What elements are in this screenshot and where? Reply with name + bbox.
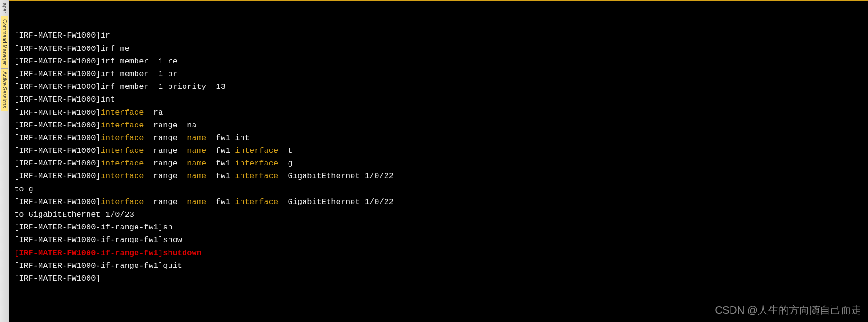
terminal-line: [IRF-MATER-FW1000]irf me — [14, 42, 863, 55]
terminal-line: [IRF-MATER-FW1000]interface ra — [14, 106, 863, 119]
terminal-line: to g — [14, 183, 863, 196]
terminal-line: [IRF-MATER-FW1000]ir — [14, 29, 863, 42]
terminal-line: [IRF-MATER-FW1000]interface range name f… — [14, 132, 863, 144]
terminal-line: [IRF-MATER-FW1000]interface range name f… — [14, 157, 863, 170]
terminal-line: to GigabitEthernet 1/0/23 — [14, 208, 863, 221]
watermark: CSDN @人生的方向随自己而走 — [715, 302, 861, 318]
tab-active-sessions[interactable]: Active Sessions — [1, 68, 8, 111]
tab-command-manager[interactable]: Command Manager — [1, 16, 8, 68]
terminal-line: [IRF-MATER-FW1000]interface range name f… — [14, 144, 863, 157]
terminal-line: [IRF-MATER-FW1000-if-range-fw1]show — [14, 234, 863, 246]
tab-fragment-top[interactable]: ager — [1, 0, 8, 16]
terminal-line: [IRF-MATER-FW1000]irf member 1 priority … — [14, 80, 863, 93]
terminal-line: [IRF-MATER-FW1000]interface range name f… — [14, 170, 863, 182]
terminal-line: [IRF-MATER-FW1000]irf member 1 pr — [14, 68, 863, 80]
terminal-line: [IRF-MATER-FW1000-if-range-fw1]shutdown — [14, 247, 863, 259]
terminal-line: [IRF-MATER-FW1000]interface range na — [14, 119, 863, 132]
terminal-line: [IRF-MATER-FW1000-if-range-fw1]quit — [14, 259, 863, 272]
terminal-line: [IRF-MATER-FW1000-if-range-fw1]sh — [14, 221, 863, 234]
terminal-line: [IRF-MATER-FW1000] — [14, 272, 863, 285]
terminal-line: [IRF-MATER-FW1000]irf member 1 re — [14, 55, 863, 68]
terminal-output[interactable]: [IRF-MATER-FW1000]ir[IRF-MATER-FW1000]ir… — [9, 0, 868, 322]
terminal-line: [IRF-MATER-FW1000]int — [14, 93, 863, 106]
sidebar: ager Command Manager Active Sessions — [0, 0, 9, 322]
terminal-line: [IRF-MATER-FW1000]interface range name f… — [14, 196, 863, 208]
